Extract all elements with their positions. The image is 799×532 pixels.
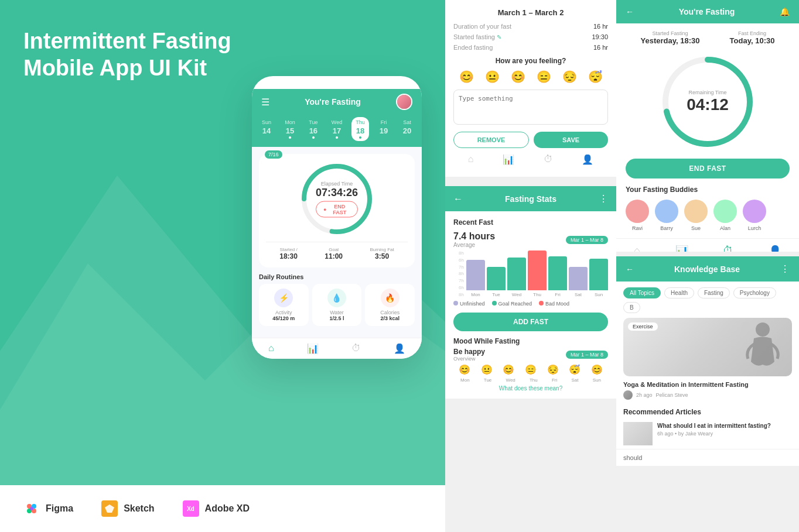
emoji-sad[interactable]: 😔 [562,70,577,84]
stats-title: Fasting Stats [463,194,599,204]
nav-chart-icon[interactable]: 📊 [307,343,319,354]
fasting-nav-chart[interactable]: 📊 [675,245,688,252]
timer-stats: Started / 18:30 Goal 11:00 Burning Fat 3… [266,242,408,260]
what-does-link[interactable]: What does these mean? [453,385,608,392]
tab-psychology[interactable]: Psychology [733,287,776,298]
brand-sketch: Sketch [101,500,154,517]
buddies-section: Your Fasting Buddies Ravi Barry Sue [616,179,799,238]
cal-day-sat[interactable]: Sat 20 [398,117,416,141]
bar-chart: Mon Tue Wed Thu [466,250,608,297]
buddy-barry[interactable]: Barry [655,200,678,231]
cal-day-thu-active[interactable]: Thu 18 [351,117,369,141]
routines-grid: ⚡ Activity 45/120 m 💧 Water 1/2.5 l 🔥 Ca… [259,284,415,326]
end-fast-big-button[interactable]: END FAST [626,159,790,179]
mood-sub-row: Be happy Overview Mar 1 – Mar 8 [453,348,608,362]
timer-badge: 7/16 [265,150,282,159]
end-fast-button[interactable]: ●END FAST [316,201,358,218]
avatar[interactable] [396,94,412,110]
mood-emoji-7[interactable]: 😊 [591,364,603,375]
buddies-row: Ravi Barry Sue Alan [626,200,790,231]
fasting-bell-icon[interactable]: 🔔 [780,7,790,16]
fasting-nav-profile[interactable]: 👤 [769,245,781,252]
mood-emoji-2[interactable]: 😐 [481,364,493,375]
nav-timer-icon[interactable]: ⏱ [351,343,361,354]
article-author: Pelican Steve [656,392,688,398]
fasting-nav-timer[interactable]: ⏱ [723,245,733,252]
tab-fasting[interactable]: Fasting [698,287,730,298]
rec-article-thumbnail [623,422,653,445]
routine-activity[interactable]: ⚡ Activity 45/120 m [259,284,309,326]
bar-fri: Fri [548,256,567,297]
routine-calories[interactable]: 🔥 Calories 2/3 kcal [365,284,415,326]
remove-button[interactable]: REMOVE [453,132,529,148]
kb-tabs: All Topics Health Fasting Psychology B [616,282,799,318]
average-row: 7.4 hours Average Mar 1 – Mar 8 [453,231,608,248]
mood-emoji-4[interactable]: 😑 [525,364,537,375]
nav-profile-icon[interactable]: 👤 [394,343,405,354]
phone-body: 7/16 Elapsed Time 07:34:26 ●END FAST [252,147,422,338]
add-fast-button[interactable]: ADD FAST [453,313,608,331]
tab-all-topics[interactable]: All Topics [623,287,661,298]
bottom-brand-bar: Figma Sketch Xd Adobe XD [0,485,445,532]
buddy-lurch[interactable]: Lurch [743,200,766,231]
adobexd-icon: Xd [183,500,199,517]
emoji-sleep[interactable]: 😴 [588,70,603,84]
calories-icon-circle: 🔥 [381,289,400,307]
buddy-sue[interactable]: Sue [684,200,708,231]
kb-article-title: Yoga & Meditation in Intermittent Fastin… [623,381,792,388]
far-right-column: ← You're Fasting 🔔 Started Fasting Yeste… [616,0,799,532]
bar-sun: Sun [589,259,608,297]
modal-nav-home[interactable]: ⌂ [468,154,474,165]
emoji-smile[interactable]: 😊 [511,70,525,84]
rec-article-info: What should I eat in intermittent fastin… [657,422,792,437]
mood-emoji-5[interactable]: 😔 [547,364,559,375]
tab-health[interactable]: Health [664,287,694,298]
hero-title: Intermittent Fasting Mobile App UI Kit [23,28,231,81]
svg-point-12 [756,322,770,337]
stat-burning: Burning Fat 3:50 [370,247,394,260]
tab-b[interactable]: B [623,302,640,313]
fasting-times: Started Fasting Yesterday, 18:30 Fast En… [616,23,799,45]
sketch-icon [101,500,118,517]
cal-day-mon[interactable]: Mon 15 [281,117,299,141]
stats-more-icon[interactable]: ⋮ [599,193,608,204]
svg-marker-9 [105,504,114,513]
emoji-tired[interactable]: 😑 [537,70,551,84]
modal-bottom-nav: ⌂ 📊 ⏱ 👤 [453,148,608,169]
mood-name: Be happy [453,348,485,356]
modal-nav-profile[interactable]: 👤 [582,154,593,165]
bar-wed-fill [507,258,526,290]
kb-back-icon[interactable]: ← [626,265,634,274]
mood-emoji-3[interactable]: 😊 [503,364,514,375]
cal-day-wed[interactable]: Wed 17 [328,117,346,141]
timer-center: Elapsed Time 07:34:26 ●END FAST [316,181,358,218]
rec-article-1[interactable]: What should I eat in intermittent fastin… [616,418,799,449]
fasting-back-icon[interactable]: ← [626,7,634,16]
hamburger-icon[interactable]: ☰ [261,97,269,108]
cal-day-fri[interactable]: Fri 19 [375,117,392,141]
nav-home-icon[interactable]: ⌂ [268,343,274,354]
right-panels: March 1 – March 2 Duration of your fast … [445,0,799,532]
mood-emoji-1[interactable]: 😊 [459,364,470,375]
mood-emoji-6[interactable]: 😴 [569,364,581,375]
modal-nav-timer[interactable]: ⏱ [544,154,553,165]
cal-day-sun[interactable]: Sun 14 [258,117,275,141]
cal-day-tue[interactable]: Tue 16 [305,117,322,141]
legend-unfinished: Unfinished [453,301,485,307]
save-button[interactable]: SAVE [534,132,608,148]
routine-water[interactable]: 💧 Water 1/2.5 l [312,284,362,326]
kb-header: ← Knowledge Base ⋮ [616,256,799,282]
bar-thu-fill [528,250,547,290]
figma-icon [23,500,40,517]
kb-more-icon[interactable]: ⋮ [780,263,790,274]
stats-back-icon[interactable]: ← [453,194,463,204]
emoji-happy[interactable]: 😊 [459,70,474,84]
modal-nav-chart[interactable]: 📊 [503,154,514,165]
buddy-alan[interactable]: Alan [713,200,737,231]
chart-y-labels: 8h6h7h8h7h6h8h Mon Tue [453,250,608,300]
elapsed-label: Elapsed Time [316,181,358,187]
buddy-ravi[interactable]: Ravi [626,200,649,231]
type-something-input[interactable] [453,90,608,125]
fasting-nav-home[interactable]: ⌂ [634,245,640,252]
emoji-neutral[interactable]: 😐 [485,70,500,84]
